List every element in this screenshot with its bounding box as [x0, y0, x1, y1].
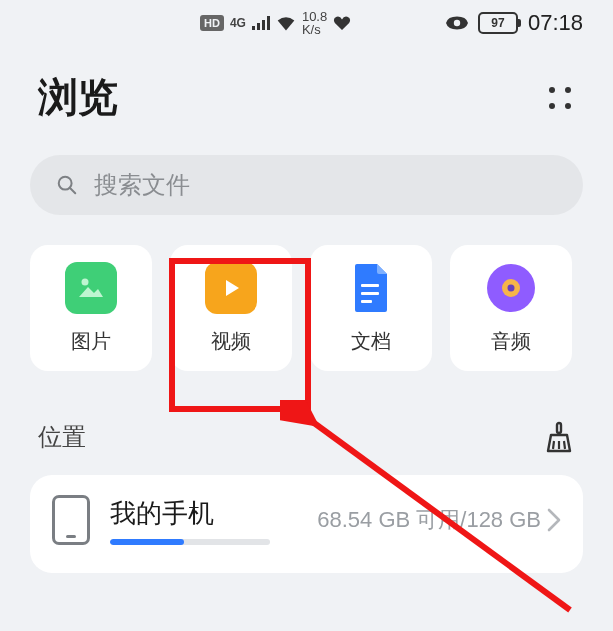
- category-audio[interactable]: 音频: [450, 245, 572, 371]
- category-row: 图片 视频 文档 音频: [0, 215, 613, 371]
- phone-icon: [52, 495, 90, 545]
- signal-icon: [252, 16, 270, 30]
- audio-icon: [485, 262, 537, 314]
- search-icon: [56, 174, 78, 196]
- storage-my-phone[interactable]: 我的手机 68.54 GB 可用/128 GB: [30, 475, 583, 573]
- status-right: 97 07:18: [446, 10, 583, 36]
- svg-point-4: [454, 20, 460, 26]
- category-label: 图片: [71, 328, 111, 355]
- svg-rect-8: [361, 284, 379, 287]
- clock: 07:18: [528, 10, 583, 36]
- more-menu-button[interactable]: [545, 83, 575, 113]
- storage-capacity: 68.54 GB 可用/128 GB: [317, 505, 561, 535]
- svg-line-18: [564, 441, 565, 449]
- chevron-right-icon: [547, 508, 561, 532]
- status-bar: HD 4G 10.8 K/s 97 07:18: [0, 0, 613, 46]
- network-speed: 10.8 K/s: [302, 10, 327, 36]
- svg-rect-3: [267, 16, 270, 30]
- section-header: 位置: [0, 371, 613, 467]
- eye-icon: [446, 16, 468, 30]
- category-label: 音频: [491, 328, 531, 355]
- svg-rect-10: [361, 300, 372, 303]
- storage-info: 我的手机: [110, 496, 297, 545]
- battery-icon: 97: [478, 12, 518, 34]
- wifi-icon: [276, 15, 296, 31]
- svg-rect-15: [557, 423, 561, 433]
- section-title: 位置: [38, 421, 86, 453]
- svg-point-13: [508, 284, 515, 291]
- category-documents[interactable]: 文档: [310, 245, 432, 371]
- svg-rect-0: [252, 26, 255, 30]
- category-images[interactable]: 图片: [30, 245, 152, 371]
- category-label: 文档: [351, 328, 391, 355]
- category-label: 视频: [211, 328, 251, 355]
- svg-rect-1: [257, 23, 260, 30]
- category-videos[interactable]: 视频: [170, 245, 292, 371]
- status-left: HD 4G 10.8 K/s: [200, 10, 351, 36]
- network-gen: 4G: [230, 16, 246, 30]
- storage-progress: [110, 539, 270, 545]
- image-icon: [65, 262, 117, 314]
- svg-rect-9: [361, 292, 379, 295]
- storage-device-name: 我的手机: [110, 496, 297, 531]
- search-input[interactable]: 搜索文件: [30, 155, 583, 215]
- svg-line-16: [553, 441, 554, 449]
- svg-point-7: [82, 278, 89, 285]
- document-icon: [345, 262, 397, 314]
- svg-rect-2: [262, 20, 265, 30]
- heart-icon: [333, 15, 351, 31]
- hd-badge: HD: [200, 15, 224, 31]
- battery-level: 97: [491, 16, 504, 30]
- search-placeholder: 搜索文件: [94, 169, 190, 201]
- page-title: 浏览: [38, 70, 118, 125]
- cleanup-icon[interactable]: [543, 421, 575, 453]
- video-icon: [205, 262, 257, 314]
- page-header: 浏览: [0, 46, 613, 143]
- svg-line-6: [70, 188, 76, 194]
